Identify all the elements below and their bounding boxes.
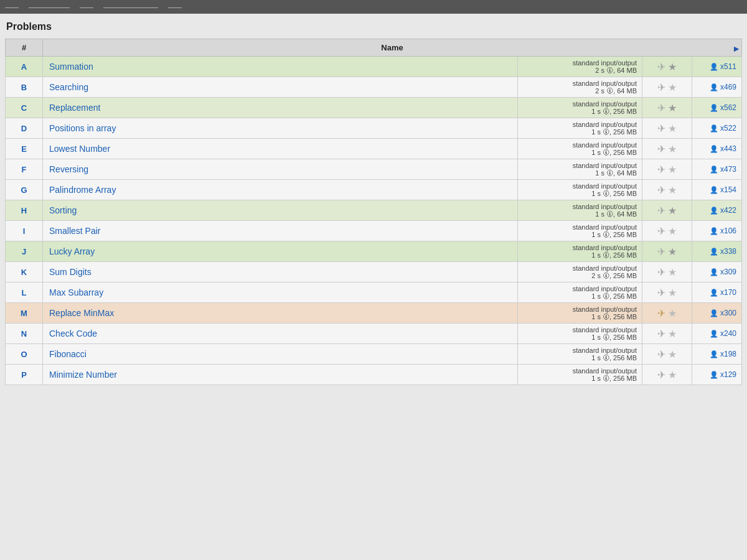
send-icon[interactable]: ✈ <box>657 185 665 195</box>
star-icon[interactable]: ★ <box>668 287 677 298</box>
problem-id-link[interactable]: H <box>21 206 27 215</box>
star-icon[interactable]: ★ <box>668 226 677 236</box>
cell-count: 👤 x469 <box>692 77 742 98</box>
cell-num: B <box>6 77 43 98</box>
problem-id-link[interactable]: C <box>21 103 27 113</box>
table-row: DPositions in arraystandard input/output… <box>6 118 742 139</box>
problem-name-link[interactable]: Palindrome Array <box>49 185 116 195</box>
count-link[interactable]: x338 <box>718 247 736 256</box>
problem-id-link[interactable]: I <box>23 226 26 236</box>
star-icon[interactable]: ★ <box>668 103 677 113</box>
star-icon[interactable]: ★ <box>668 370 677 380</box>
send-icon[interactable]: ✈ <box>657 62 665 72</box>
cell-io: standard input/output1 s 🛈, 256 MB <box>518 118 642 139</box>
send-icon[interactable]: ✈ <box>657 82 665 93</box>
count-link[interactable]: x522 <box>718 124 736 133</box>
problem-name-link[interactable]: Summation <box>49 62 93 72</box>
send-icon[interactable]: ✈ <box>657 144 665 154</box>
scroll-arrow-right[interactable]: ► <box>732 44 741 54</box>
col-header-num: # <box>6 39 43 57</box>
count-link[interactable]: x154 <box>718 185 736 194</box>
send-icon[interactable]: ✈ <box>657 123 665 134</box>
io-time: 1 s 🛈, 256 MB <box>591 334 637 341</box>
count-link[interactable]: x170 <box>718 288 736 297</box>
star-icon[interactable]: ★ <box>668 349 677 360</box>
count-link[interactable]: x106 <box>718 226 736 235</box>
count-link[interactable]: x198 <box>718 350 736 358</box>
problem-id-link[interactable]: E <box>21 144 27 154</box>
star-icon[interactable]: ★ <box>668 267 677 278</box>
star-icon[interactable]: ★ <box>668 205 677 216</box>
problem-id-link[interactable]: G <box>21 185 27 195</box>
cell-num: D <box>6 118 43 139</box>
count-link[interactable]: x511 <box>718 62 736 71</box>
count-link[interactable]: x422 <box>718 206 736 215</box>
problem-name-link[interactable]: Searching <box>49 82 88 92</box>
problem-name-link[interactable]: Reversing <box>49 164 88 174</box>
star-icon[interactable]: ★ <box>668 62 677 72</box>
problem-id-link[interactable]: O <box>21 350 27 359</box>
problem-name-link[interactable]: Lowest Number <box>49 144 110 154</box>
io-time: 1 s 🛈, 256 MB <box>591 149 637 156</box>
cell-io: standard input/output2 s 🛈, 256 MB <box>518 262 642 282</box>
star-icon[interactable]: ★ <box>668 82 677 93</box>
problem-id-link[interactable]: M <box>21 309 27 318</box>
problem-name-link[interactable]: Minimize Number <box>49 370 117 380</box>
problem-name-link[interactable]: Fibonacci <box>49 349 87 359</box>
cell-actions: ✈★ <box>642 324 692 344</box>
problem-name-link[interactable]: Smallest Pair <box>49 226 100 236</box>
problem-id-link[interactable]: P <box>21 370 27 380</box>
io-type: standard input/output <box>573 244 637 251</box>
problem-name-link[interactable]: Positions in array <box>49 123 116 133</box>
send-icon[interactable]: ✈ <box>657 329 665 339</box>
send-icon[interactable]: ✈ <box>657 164 665 175</box>
count-link[interactable]: x469 <box>718 83 736 91</box>
problem-name-link[interactable]: Check Code <box>49 329 97 338</box>
cell-io: standard input/output1 s 🛈, 64 MB <box>518 159 642 180</box>
send-icon[interactable]: ✈ <box>657 308 665 319</box>
send-icon[interactable]: ✈ <box>657 103 665 113</box>
star-icon[interactable]: ★ <box>668 185 677 195</box>
problem-id-link[interactable]: F <box>22 165 27 174</box>
problem-name-link[interactable]: Sum Digits <box>49 267 92 277</box>
cell-num: J <box>6 241 43 262</box>
count-link[interactable]: x300 <box>718 309 736 317</box>
table-row: KSum Digitsstandard input/output2 s 🛈, 2… <box>6 262 742 282</box>
problem-id-link[interactable]: B <box>21 83 27 92</box>
count-link[interactable]: x473 <box>718 165 736 174</box>
problem-name-link[interactable]: Lucky Array <box>49 246 95 256</box>
problem-id-link[interactable]: A <box>21 62 27 72</box>
problem-id-link[interactable]: D <box>21 124 27 133</box>
send-icon[interactable]: ✈ <box>657 226 665 236</box>
send-icon[interactable]: ✈ <box>657 205 665 216</box>
count-link[interactable]: x129 <box>718 370 736 379</box>
problem-name-link[interactable]: Replace MinMax <box>49 308 114 318</box>
star-icon[interactable]: ★ <box>668 308 677 319</box>
send-icon[interactable]: ✈ <box>657 246 665 257</box>
problem-name-link[interactable]: Sorting <box>49 205 77 215</box>
cell-actions: ✈★ <box>642 200 692 221</box>
send-icon[interactable]: ✈ <box>657 267 665 278</box>
cell-num: I <box>6 221 43 241</box>
count-link[interactable]: x562 <box>718 103 736 112</box>
count-link[interactable]: x443 <box>718 144 736 153</box>
problem-id-link[interactable]: K <box>21 268 27 277</box>
star-icon[interactable]: ★ <box>668 123 677 134</box>
count-link[interactable]: x309 <box>718 268 736 276</box>
send-icon[interactable]: ✈ <box>657 287 665 298</box>
star-icon[interactable]: ★ <box>668 164 677 175</box>
star-icon[interactable]: ★ <box>668 329 677 339</box>
problem-name-link[interactable]: Replacement <box>49 103 101 113</box>
cell-io: standard input/output1 s 🛈, 64 MB <box>518 200 642 221</box>
problem-id-link[interactable]: N <box>21 329 27 338</box>
cell-actions: ✈★ <box>642 344 692 365</box>
star-icon[interactable]: ★ <box>668 144 677 154</box>
star-icon[interactable]: ★ <box>668 246 677 257</box>
cell-name: Positions in array <box>43 118 518 139</box>
send-icon[interactable]: ✈ <box>657 349 665 360</box>
count-link[interactable]: x240 <box>718 329 736 338</box>
problem-id-link[interactable]: L <box>22 288 27 297</box>
problem-id-link[interactable]: J <box>22 247 26 256</box>
problem-name-link[interactable]: Max Subarray <box>49 287 103 297</box>
send-icon[interactable]: ✈ <box>657 370 665 380</box>
